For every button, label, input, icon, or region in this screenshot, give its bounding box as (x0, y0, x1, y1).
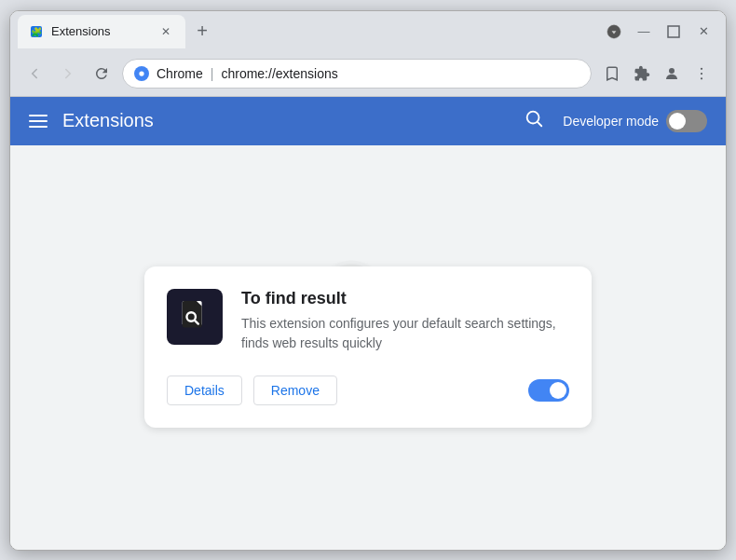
forward-button[interactable] (55, 61, 81, 87)
maximize-button[interactable] (666, 24, 681, 39)
title-bar: 🧩 Extensions ✕ + — ✕ (10, 11, 726, 52)
extension-info: To find result This extension configures… (241, 289, 569, 353)
developer-mode-label: Developer mode (563, 114, 659, 129)
details-button[interactable]: Details (167, 376, 242, 405)
hamburger-menu[interactable] (29, 115, 48, 128)
svg-point-5 (139, 71, 143, 75)
toolbar-icons (599, 61, 715, 87)
extension-enable-toggle[interactable] (528, 379, 569, 402)
svg-line-11 (538, 122, 541, 126)
developer-mode-section: Developer mode (563, 110, 707, 132)
tab-close-button[interactable]: ✕ (157, 23, 174, 40)
svg-point-9 (701, 77, 702, 79)
profile-dropdown-icon[interactable] (607, 24, 621, 39)
card-bottom: Details Remove (167, 376, 569, 405)
svg-point-7 (701, 68, 702, 70)
back-button[interactable] (21, 61, 48, 87)
svg-point-6 (669, 68, 675, 74)
extensions-header: Extensions Developer mode (10, 97, 726, 145)
profile-button[interactable] (659, 61, 685, 87)
tab-favicon: 🧩 (29, 24, 44, 39)
svg-rect-3 (668, 26, 679, 37)
address-site: Chrome (157, 66, 203, 81)
close-button[interactable]: ✕ (696, 24, 711, 39)
active-tab[interactable]: 🧩 Extensions ✕ (18, 15, 185, 48)
search-extensions-button[interactable] (524, 108, 544, 133)
extensions-button[interactable] (629, 61, 655, 87)
main-content: 🔍 risk.com To find res (10, 145, 726, 550)
svg-point-8 (701, 73, 702, 75)
remove-button[interactable]: Remove (253, 376, 337, 405)
tab-title: Extensions (51, 24, 150, 38)
menu-button[interactable] (688, 61, 715, 87)
bookmark-button[interactable] (599, 61, 625, 87)
extension-card: To find result This extension configures… (144, 266, 592, 428)
reload-button[interactable] (89, 61, 115, 87)
minimize-button[interactable]: — (636, 24, 651, 39)
svg-text:🧩: 🧩 (31, 26, 43, 38)
address-favicon (134, 66, 149, 81)
extensions-header-title: Extensions (62, 110, 509, 131)
browser-window: 🧩 Extensions ✕ + — ✕ (9, 10, 727, 551)
extension-name: To find result (241, 289, 569, 308)
extension-icon (167, 289, 223, 345)
developer-mode-toggle[interactable] (666, 110, 707, 132)
address-path: chrome://extensions (221, 66, 337, 81)
browser-toolbar: Chrome | chrome://extensions (10, 52, 726, 97)
address-bar[interactable]: Chrome | chrome://extensions (122, 59, 592, 89)
window-controls: — ✕ (607, 24, 718, 39)
card-top: To find result This extension configures… (167, 289, 569, 353)
new-tab-button[interactable]: + (189, 19, 215, 45)
extension-description: This extension configures your default s… (241, 314, 569, 353)
address-divider: | (211, 66, 214, 81)
